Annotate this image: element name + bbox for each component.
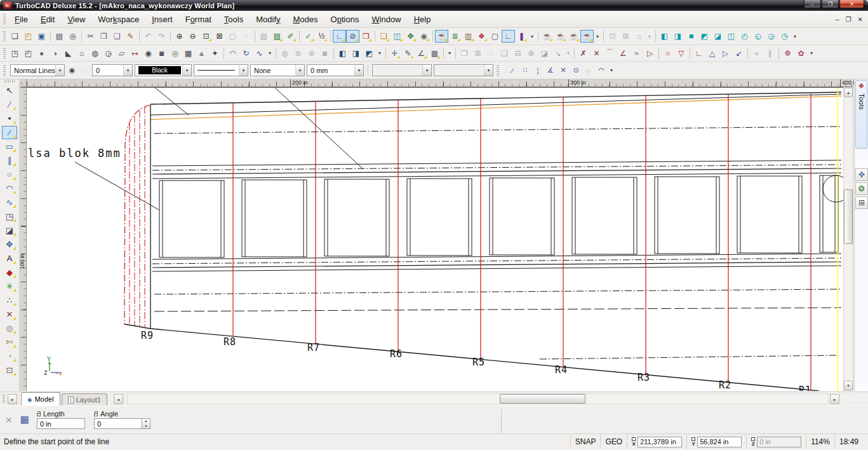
orbit-3d-button[interactable]: ✥ [404, 30, 417, 43]
hatch-fill-button[interactable]: ▩ [428, 47, 441, 60]
extrude-button[interactable]: ↦ [128, 47, 142, 60]
offset-button[interactable]: ≈ [630, 47, 643, 60]
camera-button[interactable]: ◉ [417, 30, 431, 43]
menu-view[interactable]: View [61, 12, 91, 27]
box-3d-button[interactable]: ◳ [8, 47, 22, 60]
menu-window[interactable]: Window [365, 12, 407, 27]
node-mirror-button[interactable]: ↙ [732, 47, 745, 60]
spinner-down-icon[interactable]: ▼ [142, 424, 150, 429]
horizontal-scrollbar[interactable] [127, 393, 829, 404]
ucs-toggle-button[interactable]: ∟ [333, 30, 346, 43]
menu-modes[interactable]: Modes [287, 12, 324, 27]
lock-icon[interactable] [37, 413, 41, 416]
zoom-out-button[interactable]: ⊖ [186, 30, 199, 43]
overflow-button[interactable]: ▾ [266, 47, 274, 60]
overflow-button[interactable]: ▾ [791, 30, 799, 43]
snap-center-tool[interactable]: ✳ [2, 280, 17, 293]
boolean-intersect-button[interactable]: ◩ [363, 47, 376, 60]
spell-check-button[interactable]: ✓ [302, 30, 315, 43]
workspace-cup-4-button[interactable]: ☕ [580, 30, 594, 43]
half-scale-button[interactable]: ½ [315, 30, 328, 43]
workspace-cup-2-button[interactable]: ☕ [554, 30, 567, 43]
deform-curve-button[interactable]: ❁ [781, 47, 794, 60]
coord-y-value[interactable]: 56,824 in [697, 437, 742, 447]
toolbar-grip[interactable] [3, 31, 6, 41]
palette-button[interactable]: ❖ [475, 30, 488, 43]
angle-field-input[interactable] [94, 418, 142, 429]
cylinder-button[interactable]: ◍ [88, 47, 102, 60]
cube-3d-button[interactable]: ◫ [391, 30, 404, 43]
knife-tool[interactable]: ✄ [2, 336, 17, 349]
doc-close-button[interactable]: ✕ [858, 16, 863, 23]
symbols-library-button[interactable]: ⊞ [855, 196, 868, 209]
color-combo[interactable]: Black▾ [135, 64, 192, 76]
menu-grip[interactable] [3, 14, 6, 24]
geo-toggle[interactable]: GEO [600, 434, 627, 449]
extract-folder-button[interactable]: ❏ [377, 30, 391, 43]
snap-intersection-button[interactable]: ✕ [557, 64, 570, 77]
prism-button[interactable]: ⌂ [75, 47, 88, 60]
chamfer-button[interactable]: ∠ [617, 47, 630, 60]
menu-file[interactable]: File [8, 12, 34, 27]
zoom-extents-button[interactable]: ⊠ [213, 30, 226, 43]
fillet-button[interactable]: ⌒ [603, 47, 617, 60]
rectangle-tool[interactable]: ▭ [2, 140, 17, 153]
print-button[interactable]: ▤ [53, 30, 66, 43]
arc-3d-button[interactable]: ◠ [226, 47, 239, 60]
line-tool[interactable]: ∕ [2, 126, 17, 139]
toolbar-grip[interactable] [497, 65, 499, 76]
trim-page-button[interactable]: ▷ [643, 47, 657, 60]
deform-flower-button[interactable]: ✿ [794, 47, 808, 60]
menu-help[interactable]: Help [408, 12, 437, 27]
snap-circle-button[interactable]: ◌ [582, 64, 595, 77]
overflow-button[interactable]: ▾ [528, 30, 536, 43]
ucs-move-button[interactable]: ✛ [388, 47, 401, 60]
view-left-button[interactable]: ◪ [711, 30, 724, 43]
pen-combo[interactable]: 0▾ [92, 64, 133, 76]
view-front-button[interactable]: ■ [684, 30, 698, 43]
paint-tool-button[interactable]: ❒ [359, 30, 373, 43]
zoom-window-button[interactable]: ⊡ [199, 30, 213, 43]
render-scene-button[interactable]: ☕ [435, 30, 448, 43]
chevron-down-icon[interactable]: ▾ [182, 65, 191, 76]
zoom-level[interactable]: 114% [806, 434, 834, 449]
circle-tool-button[interactable]: ○ [661, 47, 674, 60]
trim-tool[interactable]: ✕ [2, 308, 17, 321]
fillet-edge-button[interactable]: ∟ [692, 47, 705, 60]
restore-button[interactable]: ❐ [822, 0, 839, 8]
node-select-button[interactable]: ▷ [719, 47, 732, 60]
revolve-button[interactable]: ↻ [239, 47, 253, 60]
close-button[interactable]: ✕ [839, 0, 864, 8]
chevron-down-icon[interactable]: ▾ [295, 65, 304, 76]
layer-combo[interactable]: Normal Lines▾ [10, 64, 65, 76]
render-stamp-button[interactable]: ▥ [462, 30, 475, 43]
overflow-button[interactable]: ▾ [376, 47, 384, 60]
wedge-button[interactable]: ◣ [62, 47, 75, 60]
chevron-down-icon[interactable]: ▾ [354, 65, 363, 76]
chevron-down-icon[interactable]: ▾ [55, 65, 64, 76]
horizontal-ruler[interactable]: 200 in300 in400 in [27, 79, 853, 87]
cylinder-tilt-button[interactable]: ◶ [102, 47, 115, 60]
inspector-cancel-button[interactable]: ✕ [5, 415, 13, 425]
sketch-query-button[interactable]: ✎ [401, 47, 415, 60]
rotate-3d-button[interactable]: ✦ [208, 47, 222, 60]
linewidth-combo[interactable]: 0 mm▾ [307, 64, 364, 76]
text-tool[interactable]: A [2, 252, 17, 265]
tab-scroll-left-button[interactable]: ◂ [114, 394, 123, 404]
save-button[interactable]: ▣ [35, 30, 48, 43]
doc-restore-button[interactable]: ❐ [846, 16, 851, 23]
polyline-tool[interactable]: ∕ [2, 98, 17, 111]
snap-vertical-button[interactable]: ¦ [531, 64, 544, 77]
menu-insert[interactable]: Insert [145, 12, 179, 27]
axis-widget-button[interactable]: ∟ [502, 30, 515, 43]
lock-state-icon[interactable]: ◌ [79, 65, 90, 76]
scroll-up-button[interactable]: ▴ [844, 88, 853, 97]
view-back-button[interactable]: ◩ [698, 30, 711, 43]
workspace-cup-1-button[interactable]: ☕ [540, 30, 554, 43]
arc-tool[interactable]: ◠ [2, 182, 17, 195]
print-preview-button[interactable]: ◎ [66, 30, 79, 43]
overflow-button[interactable]: ▾ [446, 47, 453, 60]
coord-x-value[interactable]: 211,3789 in [638, 437, 682, 447]
tools-palette-tab[interactable]: ❖ Tools [855, 80, 867, 149]
tab-layout1[interactable]: 1Layout1 [62, 393, 107, 406]
